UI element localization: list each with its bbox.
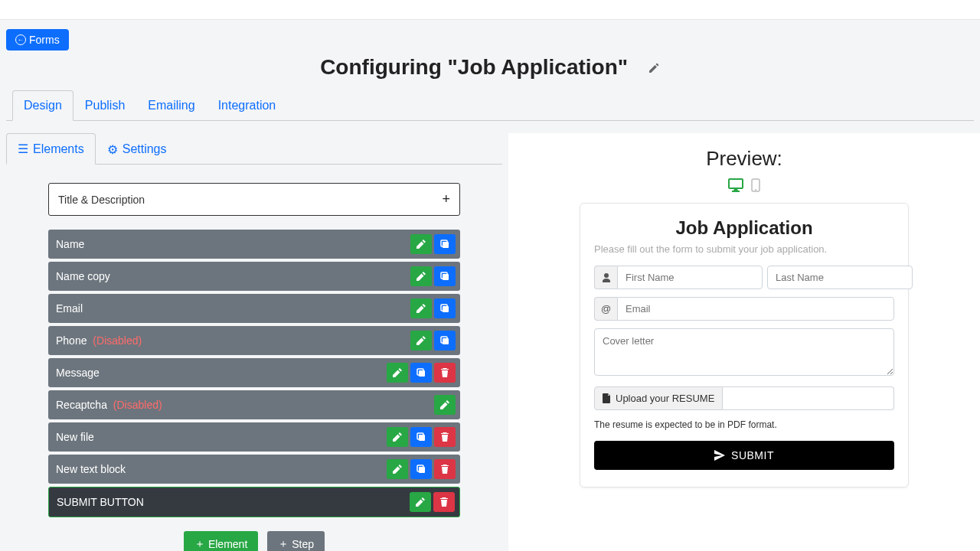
element-label: Name xyxy=(56,238,410,250)
edit-element-button[interactable] xyxy=(410,298,432,318)
disabled-tag: (Disabled) xyxy=(90,334,142,347)
delete-element-button[interactable] xyxy=(433,492,455,512)
title-description-label: Title & Description xyxy=(58,194,145,206)
element-row[interactable]: Recaptcha (Disabled) xyxy=(48,390,460,419)
copy-icon xyxy=(440,304,449,313)
element-row[interactable]: SUBMIT BUTTON xyxy=(48,487,460,517)
add-element-button[interactable]: ＋ Element xyxy=(184,531,258,551)
subtab-settings-label: Settings xyxy=(122,142,167,156)
edit-icon xyxy=(416,336,426,345)
element-row[interactable]: Message xyxy=(48,358,460,387)
plus-icon: ＋ xyxy=(278,537,289,551)
disabled-tag: (Disabled) xyxy=(110,399,162,411)
edit-element-button[interactable] xyxy=(410,266,432,286)
plus-icon: ＋ xyxy=(194,537,205,551)
edit-element-button[interactable] xyxy=(387,427,408,447)
copy-icon xyxy=(440,336,449,345)
svg-rect-0 xyxy=(443,242,449,248)
tab-publish[interactable]: Publish xyxy=(74,90,136,121)
edit-icon xyxy=(440,400,449,409)
resume-note: The resume is expected to be in PDF form… xyxy=(594,419,894,430)
submit-button[interactable]: SUBMIT xyxy=(594,441,894,470)
upload-label: Upload your RESUME xyxy=(616,393,714,404)
plus-icon: + xyxy=(442,191,450,207)
tab-emailing[interactable]: Emailing xyxy=(136,90,206,121)
back-to-forms-button[interactable]: ← Forms xyxy=(6,29,69,51)
edit-element-button[interactable] xyxy=(434,395,456,415)
element-row[interactable]: Phone (Disabled) xyxy=(48,326,460,355)
gear-icon: ⚙ xyxy=(107,142,118,157)
delete-icon xyxy=(440,368,449,377)
svg-rect-8 xyxy=(419,370,425,377)
send-icon xyxy=(714,450,725,461)
tab-design[interactable]: Design xyxy=(12,90,74,121)
edit-icon xyxy=(416,304,426,313)
copy-element-button[interactable] xyxy=(434,331,456,350)
edit-icon xyxy=(393,465,402,474)
back-label: Forms xyxy=(29,34,60,46)
edit-element-button[interactable] xyxy=(387,459,408,479)
list-icon: ☰ xyxy=(18,142,28,156)
edit-icon xyxy=(393,368,402,377)
delete-element-button[interactable] xyxy=(434,427,456,447)
cover-letter-textarea[interactable] xyxy=(594,328,894,376)
element-label: Email xyxy=(56,302,410,315)
edit-element-button[interactable] xyxy=(410,331,432,350)
edit-element-button[interactable] xyxy=(410,492,431,512)
copy-element-button[interactable] xyxy=(410,427,432,447)
copy-element-button[interactable] xyxy=(410,363,432,383)
copy-element-button[interactable] xyxy=(410,459,432,479)
subtab-settings[interactable]: ⚙ Settings xyxy=(96,133,178,165)
delete-icon xyxy=(440,432,449,442)
form-description: Please fill out the form to submit your … xyxy=(594,243,894,255)
desktop-icon[interactable] xyxy=(728,178,743,192)
edit-title-icon[interactable] xyxy=(648,62,660,77)
element-row[interactable]: Name copy xyxy=(48,262,460,291)
copy-icon xyxy=(416,465,426,474)
copy-element-button[interactable] xyxy=(434,234,456,254)
back-arrow-icon: ← xyxy=(15,34,26,45)
upload-resume-button[interactable]: Upload your RESUME xyxy=(594,386,723,410)
element-row[interactable]: New text block xyxy=(48,455,460,484)
copy-element-button[interactable] xyxy=(434,298,456,318)
tab-integration[interactable]: Integration xyxy=(207,90,288,121)
upload-filename-area xyxy=(723,386,894,410)
subtab-elements[interactable]: ☰ Elements xyxy=(6,133,96,165)
elements-list: NameName copyEmailPhone (Disabled)Messag… xyxy=(6,230,502,517)
submit-label: SUBMIT xyxy=(731,449,774,461)
element-label: Name copy xyxy=(56,270,410,282)
mobile-icon[interactable] xyxy=(751,178,760,192)
add-element-label: Element xyxy=(208,538,247,550)
at-icon: @ xyxy=(594,297,617,321)
copy-icon xyxy=(440,240,449,249)
delete-element-button[interactable] xyxy=(434,459,456,479)
copy-icon xyxy=(416,368,426,377)
element-row[interactable]: Name xyxy=(48,230,460,259)
element-label: SUBMIT BUTTON xyxy=(57,496,410,508)
copy-element-button[interactable] xyxy=(434,266,456,286)
edit-icon xyxy=(393,432,402,442)
page-title: Configuring "Job Application" xyxy=(320,55,628,79)
email-input[interactable] xyxy=(617,297,894,321)
svg-rect-10 xyxy=(419,435,425,441)
edit-element-button[interactable] xyxy=(410,234,432,254)
delete-element-button[interactable] xyxy=(434,363,456,383)
subtab-elements-label: Elements xyxy=(33,142,84,156)
element-row[interactable]: Email xyxy=(48,294,460,323)
element-label: Recaptcha (Disabled) xyxy=(56,399,434,411)
svg-point-15 xyxy=(755,189,756,191)
preview-form-card: Job Application Please fill out the form… xyxy=(580,203,909,487)
copy-icon xyxy=(440,272,449,281)
last-name-input[interactable] xyxy=(767,266,913,289)
delete-icon xyxy=(440,465,449,474)
element-label: Phone (Disabled) xyxy=(56,334,410,347)
preview-heading: Preview: xyxy=(508,147,980,171)
edit-element-button[interactable] xyxy=(387,363,408,383)
form-title: Job Application xyxy=(594,217,894,239)
element-row[interactable]: New file xyxy=(48,422,460,452)
title-description-block[interactable]: Title & Description + xyxy=(48,183,460,216)
edit-icon xyxy=(416,272,426,281)
edit-icon xyxy=(416,497,425,507)
add-step-button[interactable]: ＋ Step xyxy=(267,531,325,551)
first-name-input[interactable] xyxy=(617,266,763,289)
